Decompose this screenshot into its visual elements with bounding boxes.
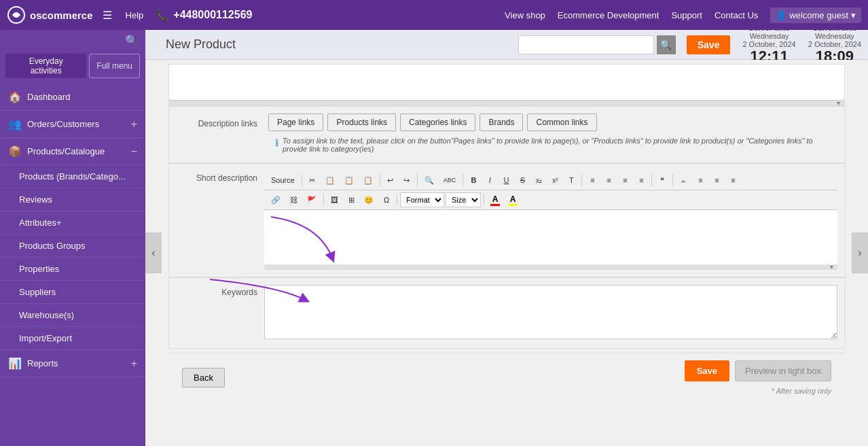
- special-char-btn[interactable]: Ω: [379, 192, 394, 207]
- copy-btn[interactable]: 📋: [321, 173, 339, 188]
- sidebar: 🔍 Everyday activities Full menu 🏠 Dashbo…: [0, 30, 145, 446]
- justify-full-btn[interactable]: ≡: [725, 173, 740, 188]
- table-btn[interactable]: ⊞: [344, 192, 359, 207]
- contact-us-link[interactable]: Contact Us: [715, 10, 758, 20]
- sidebar-subitem-attributes[interactable]: Attributes +: [0, 211, 145, 235]
- sidebar-subitem-suppliers[interactable]: Suppliers: [0, 281, 145, 304]
- search-icon[interactable]: 🔍: [125, 34, 139, 47]
- phone-number: 📞 +448000112569: [156, 9, 252, 22]
- emoji-btn[interactable]: 😊: [360, 192, 378, 207]
- indent-btn[interactable]: ≡: [617, 173, 632, 188]
- italic-btn[interactable]: I: [482, 173, 497, 188]
- bg-color-btn[interactable]: A: [505, 193, 521, 207]
- sidebar-search-area: 🔍: [0, 30, 145, 51]
- redo-btn[interactable]: ↪: [399, 173, 414, 188]
- activity-bar: Everyday activities Full menu: [0, 51, 145, 84]
- dashboard-icon: 🏠: [8, 90, 22, 103]
- keywords-row: Keywords: [169, 282, 844, 344]
- sidebar-subitem-label: Reviews: [19, 194, 52, 205]
- size-select[interactable]: Size: [446, 192, 481, 207]
- separator: [463, 174, 463, 186]
- carousel-left-arrow[interactable]: ‹: [145, 233, 162, 273]
- save-button-bottom[interactable]: Save: [685, 360, 729, 381]
- keywords-container: [264, 285, 837, 341]
- superscript-btn[interactable]: x²: [547, 173, 562, 188]
- back-button[interactable]: Back: [182, 368, 225, 388]
- sidebar-item-orders[interactable]: 👥 Orders/Customers +: [0, 111, 145, 138]
- link-btn[interactable]: 🔗: [267, 192, 285, 207]
- cut-btn[interactable]: ✂: [305, 173, 320, 188]
- description-resize-handle[interactable]: [169, 100, 844, 105]
- font-color-btn[interactable]: A: [487, 193, 503, 207]
- search-button[interactable]: 🔍: [657, 35, 676, 54]
- hamburger-icon[interactable]: ☰: [103, 9, 112, 22]
- categories-links-btn[interactable]: Categories links: [400, 114, 475, 131]
- sidebar-subitem-products-groups[interactable]: Products Groups: [0, 235, 145, 258]
- view-shop-link[interactable]: View shop: [505, 10, 545, 20]
- search-input[interactable]: [518, 35, 654, 54]
- keywords-section: Keywords: [168, 277, 845, 349]
- font-color-bar: [490, 204, 500, 206]
- common-links-btn[interactable]: Common links: [527, 114, 596, 131]
- justify-left-btn[interactable]: ⫠: [676, 173, 691, 188]
- sidebar-subitem-import-export[interactable]: Import/Export: [0, 327, 145, 350]
- subscript-btn[interactable]: x₂: [531, 173, 546, 188]
- sidebar-item-dashboard[interactable]: 🏠 Dashboard: [0, 84, 145, 111]
- ul-btn[interactable]: ≡: [601, 173, 616, 188]
- user-menu[interactable]: 👤 welcome guest ▾: [770, 7, 861, 23]
- sidebar-item-label: Orders/Customers: [27, 119, 99, 129]
- sidebar-subitem-warehouses[interactable]: Warehouse(s): [0, 304, 145, 327]
- preview-button[interactable]: Preview in light box: [735, 360, 831, 381]
- sidebar-subitem-properties[interactable]: Properties: [0, 258, 145, 281]
- bottom-actions: Back Save Preview in light box * After s…: [168, 353, 845, 402]
- page-links-btn[interactable]: Page links: [268, 114, 323, 131]
- sidebar-subitem-label: Suppliers: [19, 287, 56, 297]
- sidebar-subitem-reviews[interactable]: Reviews: [0, 188, 145, 211]
- sidebar-item-reports[interactable]: 📊 Reports +: [0, 350, 145, 377]
- everyday-activities-btn[interactable]: Everyday activities: [5, 54, 86, 78]
- help-link[interactable]: Help: [126, 10, 144, 20]
- justify-center-btn[interactable]: ≡: [693, 173, 708, 188]
- save-button-header[interactable]: Save: [687, 35, 731, 54]
- description-links-row: Description links Page links Products li…: [169, 111, 844, 134]
- spell-btn[interactable]: ABC: [439, 173, 460, 188]
- ol-btn[interactable]: ≡: [585, 173, 600, 188]
- description-editor-body[interactable]: [169, 65, 844, 100]
- unlink-btn[interactable]: ⛓: [286, 192, 302, 207]
- sidebar-subitem-products-brands[interactable]: Products (Brands/Catego...: [0, 165, 145, 188]
- removeformat-btn[interactable]: T: [564, 173, 579, 188]
- short-desc-resize-handle[interactable]: [264, 264, 837, 270]
- keywords-input[interactable]: [264, 285, 837, 339]
- paste-plain-btn[interactable]: 📋: [359, 173, 377, 188]
- toolbar-group2: 🔗 ⛓ 🚩 🖼 ⊞ 😊 Ω: [267, 192, 521, 207]
- products-links-btn[interactable]: Products links: [327, 114, 396, 131]
- separator: [323, 194, 324, 206]
- short-description-body[interactable]: [264, 210, 837, 264]
- ecommerce-dev-link[interactable]: Ecommerce Development: [558, 10, 659, 20]
- outdent-btn[interactable]: ≡: [634, 173, 649, 188]
- source-btn[interactable]: Source: [267, 173, 299, 188]
- short-description-section: Short description Source ✂ 📋 📋: [168, 163, 845, 277]
- blockquote-btn[interactable]: ❝: [655, 173, 670, 188]
- support-link[interactable]: Support: [671, 10, 702, 20]
- anchor-btn[interactable]: 🚩: [303, 192, 321, 207]
- chevron-down-icon: ▾: [851, 10, 856, 20]
- logo[interactable]: oscommerce: [7, 5, 93, 24]
- paste-btn[interactable]: 📋: [340, 173, 358, 188]
- full-menu-btn[interactable]: Full menu: [89, 54, 140, 78]
- carousel-right-arrow[interactable]: ›: [852, 233, 868, 273]
- find-btn[interactable]: 🔍: [420, 173, 438, 188]
- bold-btn[interactable]: B: [466, 173, 481, 188]
- brands-btn[interactable]: Brands: [480, 114, 523, 131]
- bottom-right-buttons: Save Preview in light box: [685, 360, 831, 381]
- underline-btn[interactable]: U: [499, 173, 513, 188]
- separator: [581, 174, 582, 186]
- justify-right-btn[interactable]: ≡: [709, 173, 724, 188]
- format-select[interactable]: Format: [400, 192, 444, 207]
- undo-btn[interactable]: ↩: [383, 173, 398, 188]
- font-color-label: A: [492, 194, 499, 204]
- image-btn[interactable]: 🖼: [327, 192, 342, 207]
- sidebar-item-products-catalogue[interactable]: 📦 Products/Catalogue −: [0, 138, 145, 165]
- strikethrough-btn[interactable]: S: [515, 173, 530, 188]
- short-description-label: Short description: [176, 171, 264, 183]
